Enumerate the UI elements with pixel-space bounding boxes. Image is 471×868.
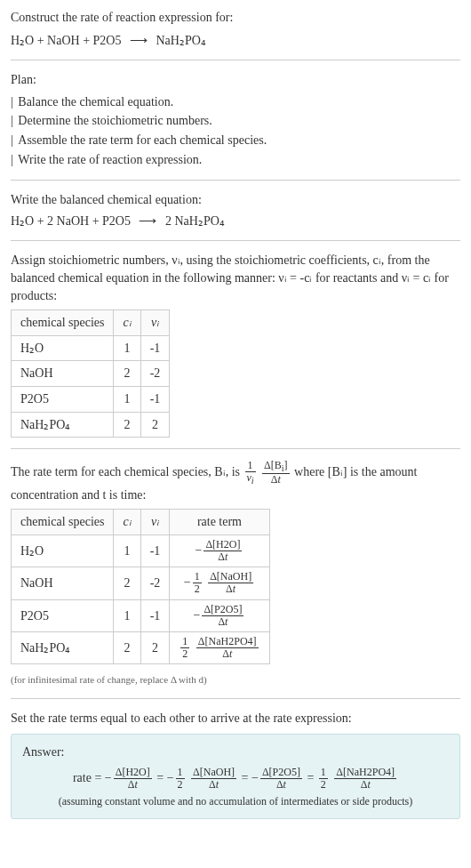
table-row: H₂O 1 -1 bbox=[12, 335, 170, 361]
coef-den: 2 bbox=[180, 648, 189, 660]
rate-cell: −12 Δ[NaOH]Δt bbox=[170, 567, 269, 599]
rate-den: Δt bbox=[204, 551, 242, 563]
vi-header: νᵢ bbox=[151, 515, 159, 528]
balanced-lhs: H₂O + 2 NaOH + P2O5 bbox=[11, 214, 131, 228]
plan-item: Assemble the rate term for each chemical… bbox=[11, 131, 460, 150]
rate-num: Δ[H2O] bbox=[204, 539, 242, 551]
rateterm-table: chemical species cᵢ νᵢ rate term H₂O 1 -… bbox=[11, 509, 270, 664]
col-header: cᵢ bbox=[114, 310, 140, 336]
rate-frac: Δ[NaOH]Δt bbox=[208, 571, 253, 595]
divider bbox=[11, 448, 460, 449]
rate-sign: − bbox=[184, 575, 191, 589]
rate-den: Δt bbox=[196, 648, 259, 660]
rate-cell: 12 Δ[NaH2PO4]Δt bbox=[170, 631, 269, 663]
col-header: νᵢ bbox=[140, 510, 170, 535]
divider bbox=[11, 240, 460, 241]
plan-item: Write the rate of reaction expression. bbox=[11, 150, 460, 170]
answer-equation: rate = −Δ[H2O]Δt = −12 Δ[NaOH]Δt = −Δ[P2… bbox=[22, 767, 449, 791]
v-cell: 2 bbox=[140, 412, 170, 438]
rate-den: Δt bbox=[202, 616, 243, 628]
c-cell: 2 bbox=[114, 567, 140, 599]
answer-label: Answer: bbox=[22, 743, 449, 761]
balanced-section: Write the balanced chemical equation: H₂… bbox=[11, 191, 460, 229]
prompt-title: Construct the rate of reaction expressio… bbox=[11, 9, 460, 27]
stoich-intro: Assign stoichiometric numbers, νᵢ, using… bbox=[11, 252, 460, 304]
col-header: chemical species bbox=[12, 510, 114, 535]
coef-den: 2 bbox=[193, 583, 202, 595]
divider bbox=[11, 180, 460, 181]
plan-item: Balance the chemical equation. bbox=[11, 92, 460, 112]
rate-num: Δ[P2O5] bbox=[202, 604, 243, 616]
plan-section: Plan: Balance the chemical equation. Det… bbox=[11, 71, 460, 169]
divider bbox=[11, 698, 460, 699]
prompt-rhs: NaH₂PO₄ bbox=[156, 34, 205, 47]
rate-formula-frac2: Δ[Bi]Δt bbox=[262, 460, 290, 486]
table-row: P2O5 1 -1 −Δ[P2O5]Δt bbox=[12, 599, 270, 631]
plan-item: Determine the stoichiometric numbers. bbox=[11, 111, 460, 131]
answer-term3: Δ[P2O5]Δt bbox=[260, 767, 302, 791]
table-header-row: chemical species cᵢ νᵢ rate term bbox=[12, 510, 270, 535]
c-cell: 2 bbox=[114, 631, 140, 663]
coef-num: 1 bbox=[193, 571, 202, 583]
species-cell: P2O5 bbox=[12, 386, 114, 412]
rate-coef: 12 bbox=[193, 571, 202, 595]
rate-frac: Δ[P2O5]Δt bbox=[202, 604, 243, 628]
rateterm-intro: The rate term for each chemical species,… bbox=[11, 460, 460, 503]
col-header: cᵢ bbox=[114, 510, 140, 535]
table-row: NaH₂PO₄ 2 2 12 Δ[NaH2PO4]Δt bbox=[12, 631, 270, 663]
rate-cell: −Δ[H2O]Δt bbox=[170, 534, 269, 567]
rateterm-section: The rate term for each chemical species,… bbox=[11, 460, 460, 687]
answer-coef4: 12 bbox=[319, 767, 328, 791]
v-cell: -2 bbox=[140, 567, 170, 599]
ci-header: cᵢ bbox=[123, 515, 131, 528]
final-section: Set the rate terms equal to each other t… bbox=[11, 710, 460, 819]
c-cell: 2 bbox=[114, 412, 140, 438]
prompt-lhs: H₂O + NaOH + P2O5 bbox=[11, 34, 121, 47]
plan-list: Balance the chemical equation. Determine… bbox=[11, 92, 460, 169]
table-row: H₂O 1 -1 −Δ[H2O]Δt bbox=[12, 534, 270, 567]
species-cell: NaOH bbox=[12, 361, 114, 387]
rate-sign: − bbox=[193, 608, 200, 622]
balanced-rhs: 2 NaH₂PO₄ bbox=[165, 214, 225, 228]
c-cell: 2 bbox=[114, 361, 140, 387]
rate-den: Δt bbox=[208, 583, 253, 595]
answer-note: (assuming constant volume and no accumul… bbox=[22, 794, 449, 809]
table-row: NaOH 2 -2 −12 Δ[NaOH]Δt bbox=[12, 567, 270, 599]
balanced-equation: H₂O + 2 NaOH + P2O5 ⟶ 2 NaH₂PO₄ bbox=[11, 213, 460, 230]
col-header: rate term bbox=[170, 510, 269, 535]
rate-cell: −Δ[P2O5]Δt bbox=[170, 599, 269, 631]
species-cell: P2O5 bbox=[12, 599, 114, 631]
stoich-section: Assign stoichiometric numbers, νᵢ, using… bbox=[11, 252, 460, 438]
col-header: chemical species bbox=[12, 310, 114, 336]
vi-header: νᵢ bbox=[151, 316, 159, 329]
arrow-icon: ⟶ bbox=[130, 34, 148, 47]
answer-coef2: 12 bbox=[176, 767, 185, 791]
c-cell: 1 bbox=[114, 335, 140, 361]
table-row: NaOH 2 -2 bbox=[12, 361, 170, 387]
table-header-row: chemical species cᵢ νᵢ bbox=[12, 310, 170, 336]
plan-title: Plan: bbox=[11, 71, 460, 89]
answer-term2: Δ[NaOH]Δt bbox=[191, 767, 236, 791]
species-cell: NaH₂PO₄ bbox=[12, 631, 114, 663]
table-row: P2O5 1 -1 bbox=[12, 386, 170, 412]
table-row: NaH₂PO₄ 2 2 bbox=[12, 412, 170, 438]
rate-frac: Δ[NaH2PO4]Δt bbox=[196, 636, 259, 660]
col-header: νᵢ bbox=[140, 310, 170, 336]
rate-frac: Δ[H2O]Δt bbox=[204, 539, 242, 563]
species-cell: NaOH bbox=[12, 567, 114, 599]
divider bbox=[11, 60, 460, 60]
rate-num: Δ[NaH2PO4] bbox=[196, 636, 259, 648]
v-cell: 2 bbox=[140, 631, 170, 663]
v-cell: -1 bbox=[140, 534, 170, 567]
answer-term4: Δ[NaH2PO4]Δt bbox=[334, 767, 396, 791]
final-intro: Set the rate terms equal to each other t… bbox=[11, 710, 460, 727]
coef-num: 1 bbox=[180, 636, 189, 648]
answer-term1: Δ[H2O]Δt bbox=[114, 767, 152, 791]
arrow-icon: ⟶ bbox=[139, 214, 156, 228]
prompt-section: Construct the rate of reaction expressio… bbox=[11, 9, 460, 49]
v-cell: -1 bbox=[140, 599, 170, 631]
c-cell: 1 bbox=[114, 386, 140, 412]
v-cell: -2 bbox=[140, 361, 170, 387]
c-cell: 1 bbox=[114, 534, 140, 567]
rate-coef: 12 bbox=[180, 636, 189, 660]
